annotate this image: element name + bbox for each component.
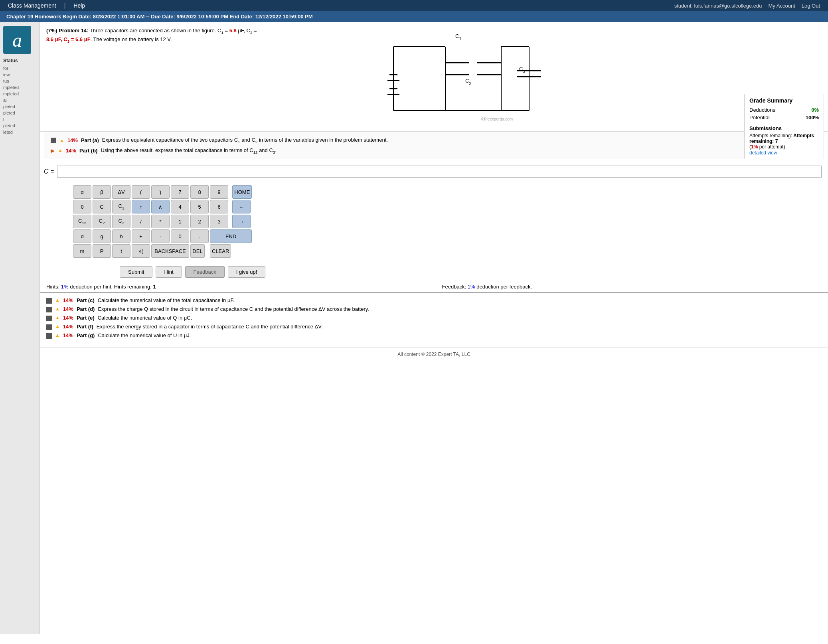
part-f-desc: Express the energy stored in a capacitor… xyxy=(97,324,323,330)
key-delta-v[interactable]: ΔV xyxy=(112,185,130,199)
part-f-icon xyxy=(46,324,52,330)
feedback-column: Feedback: 1% deduction per feedback. xyxy=(442,284,822,290)
content-area: (7%) Problem 14: Three capacitors are co… xyxy=(40,22,828,634)
key-9[interactable]: 9 xyxy=(210,185,228,199)
part-d-pct: 14% xyxy=(63,306,73,312)
key-3[interactable]: 3 xyxy=(210,215,228,228)
nav-divider: | xyxy=(64,2,66,9)
key-2[interactable]: 2 xyxy=(190,215,209,228)
nav-class-management[interactable]: Class Management xyxy=(8,2,56,9)
other-parts-section: ▲ 14% Part (c) Calculate the numerical v… xyxy=(40,293,828,343)
key-sqrt[interactable]: √( xyxy=(132,244,150,258)
part-f-row: ▲ 14% Part (f) Express the energy stored… xyxy=(46,322,822,331)
action-buttons: Submit Hint Feedback I give up! xyxy=(40,263,828,281)
sidebar-item-iew[interactable]: iew xyxy=(3,71,36,78)
sidebar-item-l[interactable]: l xyxy=(3,116,36,122)
part-d-label: Part (d) xyxy=(77,306,95,312)
key-h[interactable]: h xyxy=(112,229,130,243)
my-account-link[interactable]: My Account xyxy=(769,3,795,9)
key-end[interactable]: END xyxy=(210,229,252,243)
key-c1[interactable]: C1 xyxy=(112,200,130,213)
hint-button[interactable]: Hint xyxy=(156,266,182,278)
key-close-paren[interactable]: ) xyxy=(151,185,170,199)
sidebar-item-pleted2[interactable]: pleted xyxy=(3,110,36,116)
sidebar-item-mpleted2[interactable]: mpleted xyxy=(3,91,36,97)
key-c3[interactable]: C3 xyxy=(112,215,130,228)
circuit-diagram: C1 C2 xyxy=(381,31,541,126)
part-b-desc: Using the above result, express the tota… xyxy=(101,147,276,154)
part-f-pct: 14% xyxy=(63,324,73,330)
sidebar-item-pleted1[interactable]: pleted xyxy=(3,103,36,110)
detailed-view-link[interactable]: detailed view xyxy=(749,150,819,156)
key-open-paren[interactable]: ( xyxy=(132,185,150,199)
key-left-arrow[interactable]: ← xyxy=(232,200,251,213)
key-p[interactable]: P xyxy=(93,244,111,258)
c1-label: C1 xyxy=(455,33,461,41)
keypad-row-2: θ C C1 ↑ ∧ 4 5 6 ← xyxy=(73,200,252,213)
hints-text: Hints: xyxy=(46,284,61,290)
feedback-pct-link[interactable]: 1% xyxy=(468,284,475,290)
key-g[interactable]: g xyxy=(93,229,111,243)
key-c12[interactable]: C12 xyxy=(73,215,91,228)
key-1[interactable]: 1 xyxy=(171,215,189,228)
problem-area: (7%) Problem 14: Three capacitors are co… xyxy=(40,22,828,132)
part-d-icon xyxy=(46,307,52,312)
key-8[interactable]: 8 xyxy=(190,185,209,199)
key-4[interactable]: 4 xyxy=(171,200,189,213)
key-del[interactable]: DEL xyxy=(190,244,205,258)
problem-highlight: 8.6 μF, C3 = 6.6 μF xyxy=(46,36,91,42)
submit-button[interactable]: Submit xyxy=(120,266,152,278)
sidebar-item-mpleted1[interactable]: mpleted xyxy=(3,84,36,91)
watermark-text: ©theexpertta.com xyxy=(481,117,513,121)
deductions-label: Deductions xyxy=(749,107,775,113)
hints-suffix: deduction per hint. Hints remaining: xyxy=(69,284,153,290)
key-c2[interactable]: C2 xyxy=(93,215,111,228)
part-c-warning: ▲ xyxy=(55,297,60,303)
problem-desc2: . The voltage on the battery is 12 V. xyxy=(91,36,172,42)
key-d[interactable]: d xyxy=(73,229,91,243)
part-c-row: ▲ 14% Part (c) Calculate the numerical v… xyxy=(46,296,822,305)
key-c[interactable]: C xyxy=(93,200,111,213)
problem-text-column: (7%) Problem 14: Three capacitors are co… xyxy=(46,27,373,48)
log-out-link[interactable]: Log Out xyxy=(802,3,820,9)
key-beta[interactable]: β xyxy=(93,185,111,199)
key-home[interactable]: HOME xyxy=(232,185,252,199)
key-minus[interactable]: - xyxy=(151,229,170,243)
key-6[interactable]: 6 xyxy=(210,200,228,213)
key-alpha[interactable]: α xyxy=(73,185,91,199)
key-0[interactable]: 0 xyxy=(171,229,189,243)
keypad-row-4: d g h + - 0 . END xyxy=(73,229,252,243)
answer-input-field[interactable] xyxy=(57,166,822,178)
part-f-warning: ▲ xyxy=(55,324,60,329)
key-theta[interactable]: θ xyxy=(73,200,91,213)
part-a-label: Part (a) xyxy=(81,137,99,143)
key-decimal[interactable]: . xyxy=(190,229,209,243)
feedback-button[interactable]: Feedback xyxy=(185,266,225,278)
problem-statement: (7%) Problem 14: Three capacitors are co… xyxy=(46,27,373,44)
part-b-warning: ▲ xyxy=(58,148,63,153)
key-divide[interactable]: / xyxy=(132,215,150,228)
key-clear[interactable]: CLEAR xyxy=(210,244,231,258)
part-c-pct: 14% xyxy=(63,297,73,303)
key-right-arrow[interactable]: → xyxy=(232,215,251,228)
igiveup-button[interactable]: I give up! xyxy=(228,266,266,278)
part-e-desc: Calculate the numerical value of Q in μC… xyxy=(98,315,192,321)
key-backspace[interactable]: BACKSPACE xyxy=(151,244,189,258)
part-g-icon xyxy=(46,333,52,339)
key-m[interactable]: m xyxy=(73,244,91,258)
key-plus[interactable]: + xyxy=(132,229,150,243)
hints-pct-link[interactable]: 1% xyxy=(61,284,69,290)
key-up-arrow[interactable]: ↑ xyxy=(132,200,150,213)
key-5[interactable]: 5 xyxy=(190,200,209,213)
key-multiply[interactable]: * xyxy=(151,215,170,228)
nav-help[interactable]: Help xyxy=(73,2,85,9)
sidebar-item-al[interactable]: al xyxy=(3,97,36,103)
key-caret[interactable]: ∧ xyxy=(151,200,170,213)
key-t[interactable]: t xyxy=(112,244,130,258)
sidebar-item-pleted3[interactable]: pleted xyxy=(3,122,36,129)
key-7[interactable]: 7 xyxy=(171,185,189,199)
part-g-label: Part (g) xyxy=(77,332,95,338)
sidebar-item-tus[interactable]: tus xyxy=(3,78,36,84)
sidebar-item-for[interactable]: for xyxy=(3,65,36,71)
sidebar-item-leted[interactable]: leted xyxy=(3,129,36,135)
